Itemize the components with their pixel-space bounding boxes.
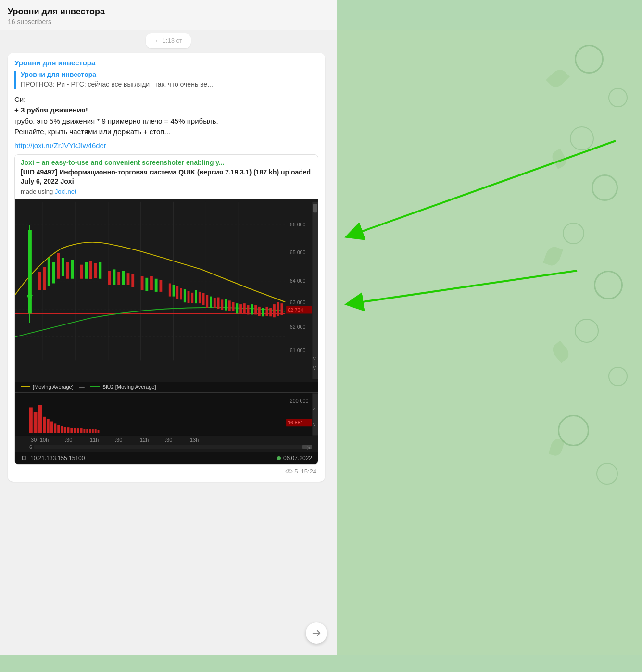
svg-rect-69: [236, 303, 238, 313]
views-count: 5: [285, 468, 298, 475]
svg-text:v: v: [313, 354, 316, 361]
chart-date-dot: [277, 456, 281, 460]
svg-text:v: v: [313, 364, 316, 371]
svg-rect-67: [228, 300, 231, 311]
chart-image: 66 000 65 000 64 000 63 000 62 734 62 00…: [15, 199, 318, 382]
body-line-4: Решайте, крыть частями или держать + сто…: [14, 126, 318, 137]
message-time: 15:24: [301, 468, 316, 475]
prev-message-time: ← 1:13 ст: [154, 37, 182, 44]
svg-rect-104: [89, 429, 91, 433]
svg-rect-41: [113, 269, 116, 285]
svg-rect-75: [258, 307, 261, 316]
svg-rect-56: [188, 291, 190, 303]
svg-rect-70: [239, 304, 242, 313]
svg-rect-78: [269, 308, 272, 316]
svg-rect-96: [64, 427, 66, 433]
svg-text:200 000: 200 000: [290, 398, 309, 404]
svg-rect-38: [94, 263, 97, 278]
svg-rect-34: [71, 260, 74, 279]
time-label-4: 11h: [90, 437, 115, 443]
svg-rect-53: [176, 286, 178, 299]
svg-text:v: v: [313, 420, 316, 427]
svg-text:64 000: 64 000: [290, 277, 306, 283]
svg-rect-51: [169, 283, 171, 296]
svg-rect-73: [251, 304, 253, 314]
made-using-text: made using: [21, 188, 55, 195]
time-label-8: 13h: [190, 437, 215, 443]
svg-rect-107: [98, 430, 100, 433]
svg-rect-87: [29, 407, 33, 433]
svg-text:16 881: 16 881: [288, 420, 303, 425]
chart-date: 06.07.2022: [283, 455, 312, 461]
svg-rect-36: [85, 262, 88, 279]
views-icon: [285, 468, 293, 474]
svg-rect-100: [77, 428, 79, 433]
chart-icon: 🖥: [21, 454, 27, 462]
svg-rect-45: [131, 274, 134, 287]
quote-author: Уровни для инвестора: [21, 71, 318, 78]
date-number: 6: [29, 444, 32, 450]
svg-rect-66: [225, 299, 227, 310]
svg-rect-72: [247, 305, 250, 314]
svg-rect-43: [122, 271, 125, 285]
svg-rect-62: [210, 296, 212, 308]
svg-rect-86: [15, 393, 318, 435]
svg-rect-101: [80, 428, 83, 433]
svg-rect-80: [277, 302, 279, 316]
svg-rect-68: [232, 302, 235, 311]
link-preview-title: [UID 49497] Информационно-торговая систе…: [21, 168, 312, 187]
quote-text: ПРОГНОЗ: Ри - РТС: сейчас все выглядит т…: [21, 80, 318, 89]
time-axis: :30 10h :30 11h :30 12h :30 13h: [15, 436, 318, 444]
svg-rect-93: [54, 423, 56, 433]
body-line-2: + 3 рубля движения!: [14, 105, 318, 116]
volume-chart: 16 881 200 000 ^ v: [15, 392, 318, 436]
link-preview-site: Joxi – an easy-to-use and convenient scr…: [21, 159, 312, 166]
svg-text:65 000: 65 000: [290, 249, 306, 255]
svg-text:62 000: 62 000: [290, 324, 306, 330]
svg-rect-57: [191, 293, 193, 303]
svg-rect-58: [195, 290, 197, 303]
time-label-6: 12h: [140, 437, 165, 443]
svg-rect-64: [217, 297, 220, 309]
svg-rect-32: [62, 258, 64, 276]
made-using-link[interactable]: Joxi.net: [55, 188, 76, 195]
message-meta: 5 15:24: [14, 465, 318, 476]
svg-rect-91: [47, 419, 50, 433]
svg-text:63 000: 63 000: [290, 299, 306, 305]
svg-rect-44: [127, 273, 130, 285]
svg-rect-29: [48, 258, 50, 286]
message-link[interactable]: http://joxi.ru/ZrJVYkJlw46der: [14, 141, 318, 149]
forward-button[interactable]: [306, 622, 327, 644]
svg-rect-35: [80, 264, 83, 278]
message-channel-name[interactable]: Уровни для инвестора: [14, 59, 318, 67]
svg-rect-0: [15, 202, 318, 379]
svg-rect-48: [150, 276, 153, 290]
time-label-7: :30: [165, 437, 190, 443]
svg-rect-33: [66, 262, 69, 279]
svg-line-116: [346, 271, 577, 304]
arrows-overlay: [337, 30, 642, 655]
link-preview-card[interactable]: Joxi – an easy-to-use and convenient scr…: [14, 154, 318, 465]
svg-rect-37: [89, 261, 92, 279]
svg-rect-103: [86, 429, 88, 433]
chart-bottom-bar: 🖥 10.21.133.155:15100 06.07.2022: [15, 452, 318, 464]
svg-rect-61: [206, 295, 208, 308]
quote-block: Уровни для инвестора ПРОГНОЗ: Ри - РТС: …: [14, 71, 318, 89]
svg-rect-54: [180, 288, 182, 299]
svg-rect-99: [74, 428, 76, 433]
svg-rect-97: [67, 427, 70, 433]
svg-rect-111: [312, 393, 318, 435]
message-bubble: Уровни для инвестора Уровни для инвестор…: [8, 53, 325, 482]
svg-rect-52: [173, 285, 175, 296]
svg-rect-55: [184, 289, 186, 302]
svg-rect-50: [159, 280, 162, 291]
message-body: Си: + 3 рубля движения! грубо, это 5% дв…: [14, 94, 318, 137]
svg-rect-89: [38, 405, 42, 433]
svg-text:62 734: 62 734: [288, 307, 303, 312]
svg-text:61 000: 61 000: [290, 348, 306, 353]
svg-rect-46: [141, 276, 144, 290]
svg-rect-31: [57, 253, 60, 278]
svg-rect-92: [50, 421, 53, 433]
svg-rect-82: [312, 202, 318, 379]
svg-rect-40: [108, 271, 111, 285]
